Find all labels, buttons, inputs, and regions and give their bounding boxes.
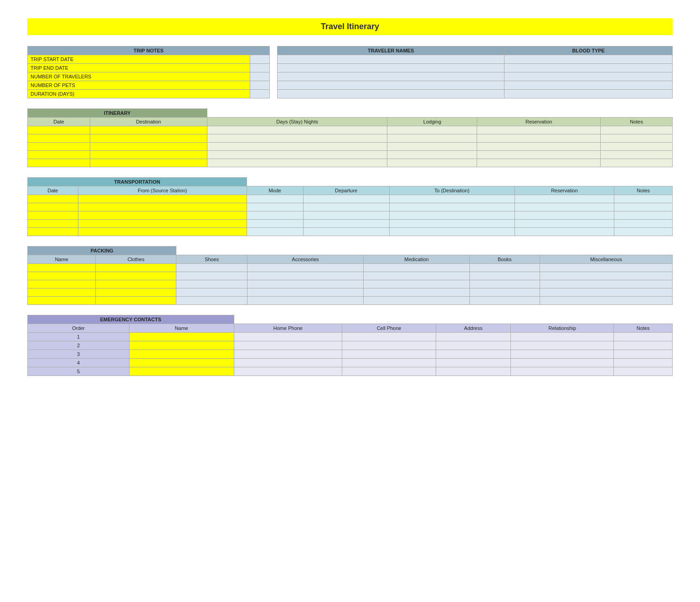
- packing-cell[interactable]: [28, 264, 96, 272]
- emergency-cell[interactable]: [436, 359, 510, 367]
- emergency-cell[interactable]: 4: [28, 359, 129, 367]
- itinerary-cell[interactable]: [601, 126, 673, 134]
- emergency-cell[interactable]: [436, 367, 510, 376]
- emergency-cell[interactable]: [129, 333, 234, 341]
- transportation-cell[interactable]: [303, 228, 389, 236]
- emergency-cell[interactable]: [342, 333, 436, 341]
- emergency-cell[interactable]: [129, 359, 234, 367]
- blood-type-cell[interactable]: [504, 81, 673, 90]
- packing-cell[interactable]: [363, 280, 469, 288]
- packing-cell[interactable]: [363, 272, 469, 280]
- emergency-cell[interactable]: [234, 367, 342, 376]
- transportation-cell[interactable]: [614, 220, 673, 228]
- transportation-cell[interactable]: [303, 195, 389, 203]
- transportation-cell[interactable]: [247, 228, 303, 236]
- itinerary-cell[interactable]: [387, 151, 477, 159]
- transportation-cell[interactable]: [28, 211, 78, 220]
- packing-cell[interactable]: [96, 288, 176, 297]
- transportation-cell[interactable]: [28, 195, 78, 203]
- transportation-cell[interactable]: [515, 211, 614, 220]
- emergency-cell[interactable]: [511, 333, 614, 341]
- packing-cell[interactable]: [363, 264, 469, 272]
- packing-cell[interactable]: [540, 264, 672, 272]
- itinerary-cell[interactable]: [28, 126, 90, 134]
- packing-cell[interactable]: [176, 297, 247, 305]
- itinerary-cell[interactable]: [601, 159, 673, 167]
- transportation-cell[interactable]: [515, 220, 614, 228]
- packing-cell[interactable]: [363, 288, 469, 297]
- blood-type-cell[interactable]: [504, 90, 673, 98]
- packing-cell[interactable]: [28, 297, 96, 305]
- transportation-cell[interactable]: [78, 203, 247, 211]
- packing-cell[interactable]: [470, 280, 540, 288]
- trip-notes-value[interactable]: [250, 81, 269, 90]
- emergency-cell[interactable]: 3: [28, 350, 129, 359]
- transportation-cell[interactable]: [78, 220, 247, 228]
- packing-cell[interactable]: [28, 288, 96, 297]
- packing-cell[interactable]: [470, 297, 540, 305]
- transportation-cell[interactable]: [515, 203, 614, 211]
- blood-type-cell[interactable]: [504, 72, 673, 81]
- packing-cell[interactable]: [28, 280, 96, 288]
- emergency-cell[interactable]: [614, 333, 673, 341]
- emergency-cell[interactable]: [234, 333, 342, 341]
- emergency-cell[interactable]: [511, 341, 614, 350]
- transportation-cell[interactable]: [389, 220, 515, 228]
- itinerary-cell[interactable]: [387, 126, 477, 134]
- packing-cell[interactable]: [540, 288, 672, 297]
- packing-cell[interactable]: [96, 297, 176, 305]
- emergency-cell[interactable]: [614, 359, 673, 367]
- packing-cell[interactable]: [176, 288, 247, 297]
- packing-cell[interactable]: [96, 264, 176, 272]
- emergency-cell[interactable]: [614, 341, 673, 350]
- itinerary-cell[interactable]: [387, 159, 477, 167]
- trip-notes-value[interactable]: [250, 72, 269, 81]
- transportation-cell[interactable]: [303, 211, 389, 220]
- packing-cell[interactable]: [28, 272, 96, 280]
- emergency-cell[interactable]: 5: [28, 367, 129, 376]
- transportation-cell[interactable]: [78, 228, 247, 236]
- transportation-cell[interactable]: [389, 211, 515, 220]
- transportation-cell[interactable]: [614, 203, 673, 211]
- itinerary-cell[interactable]: [28, 151, 90, 159]
- transportation-cell[interactable]: [515, 195, 614, 203]
- transportation-cell[interactable]: [78, 195, 247, 203]
- itinerary-cell[interactable]: [90, 151, 207, 159]
- packing-cell[interactable]: [470, 264, 540, 272]
- packing-cell[interactable]: [176, 280, 247, 288]
- packing-cell[interactable]: [247, 272, 364, 280]
- emergency-cell[interactable]: [436, 341, 510, 350]
- emergency-cell[interactable]: [234, 341, 342, 350]
- trip-notes-value[interactable]: [250, 90, 269, 98]
- trip-notes-value[interactable]: [250, 64, 269, 72]
- transportation-cell[interactable]: [389, 203, 515, 211]
- packing-cell[interactable]: [96, 280, 176, 288]
- transportation-cell[interactable]: [389, 228, 515, 236]
- traveler-name-cell[interactable]: [278, 64, 504, 72]
- emergency-cell[interactable]: [129, 350, 234, 359]
- transportation-cell[interactable]: [247, 203, 303, 211]
- packing-cell[interactable]: [247, 297, 364, 305]
- emergency-cell[interactable]: [342, 341, 436, 350]
- transportation-cell[interactable]: [614, 228, 673, 236]
- transportation-cell[interactable]: [515, 228, 614, 236]
- emergency-cell[interactable]: [342, 350, 436, 359]
- trip-notes-value[interactable]: [250, 55, 269, 64]
- itinerary-cell[interactable]: [28, 134, 90, 143]
- emergency-cell[interactable]: [614, 367, 673, 376]
- itinerary-cell[interactable]: [90, 126, 207, 134]
- packing-cell[interactable]: [247, 288, 364, 297]
- emergency-cell[interactable]: 2: [28, 341, 129, 350]
- itinerary-cell[interactable]: [387, 143, 477, 151]
- itinerary-cell[interactable]: [477, 159, 601, 167]
- emergency-cell[interactable]: [436, 333, 510, 341]
- emergency-cell[interactable]: [436, 350, 510, 359]
- emergency-cell[interactable]: [511, 350, 614, 359]
- itinerary-cell[interactable]: [207, 143, 387, 151]
- transportation-cell[interactable]: [303, 203, 389, 211]
- transportation-cell[interactable]: [28, 220, 78, 228]
- emergency-cell[interactable]: [234, 350, 342, 359]
- packing-cell[interactable]: [540, 272, 672, 280]
- emergency-cell[interactable]: [129, 367, 234, 376]
- packing-cell[interactable]: [363, 297, 469, 305]
